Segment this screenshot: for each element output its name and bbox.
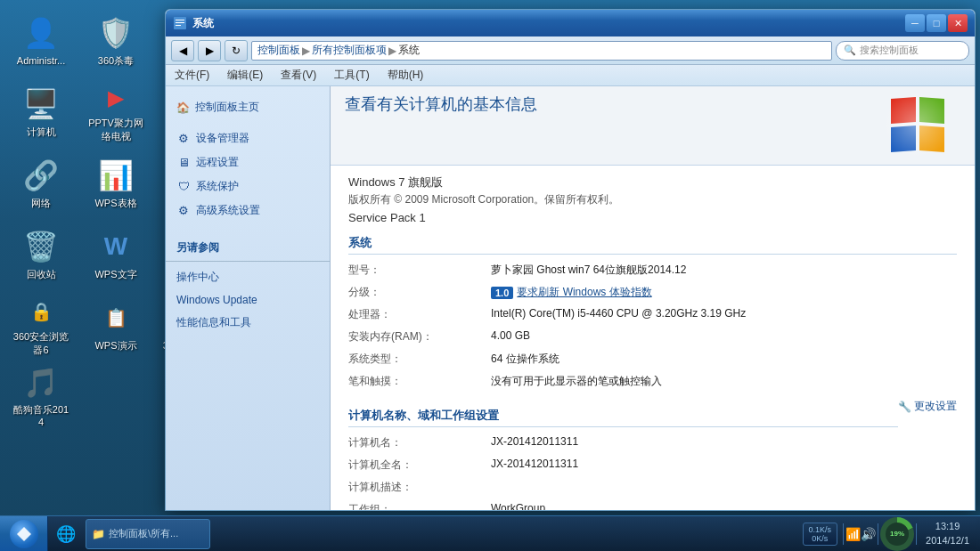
sidebar-action-center[interactable]: 操作中心 (166, 265, 330, 289)
taskbar-tray-area: 0.1K/s 0K/s 📶 🔊 19% 13:19 2014/12/ (803, 516, 980, 552)
back-button[interactable]: ◀ (171, 40, 194, 61)
change-settings-label: 更改设置 (914, 399, 957, 414)
desktop-icon-music[interactable]: 🎵 酷狗音乐2014 (7, 363, 75, 431)
system-properties-window: 系统 ─ □ ✕ ◀ ▶ ↻ 控制面板 ▶ 所有控制面板项 ▶ 系统 🔍 搜索控… (165, 9, 976, 511)
content-area: 查看有关计算机的基本信息 (331, 86, 975, 510)
battery-percent: 19% (890, 530, 904, 538)
taskbar-window-label: 控制面板\所有... (109, 527, 178, 540)
progress-circle: 19% (880, 517, 914, 551)
refresh-button[interactable]: ↻ (225, 40, 248, 61)
desktop-icon-pptv[interactable]: ▶ PPTV聚力网络电视 (82, 78, 150, 146)
battery-indicator[interactable]: 19% (880, 517, 914, 551)
taskbar-ie-button[interactable]: 🌐 (50, 518, 82, 550)
sidebar-performance-info[interactable]: 性能信息和工具 (166, 311, 330, 335)
content-header: 查看有关计算机的基本信息 (331, 86, 975, 166)
rating-badge: 1.0 要求刷新 Windows 体验指数 (491, 285, 652, 300)
taskbar-clock[interactable]: 13:19 2014/12/1 (919, 518, 976, 549)
desktop-icon-wps[interactable]: 📊 WPS表格 (82, 150, 150, 217)
sidebar-windows-update[interactable]: Windows Update (166, 289, 330, 311)
advanced-settings-icon: ⚙ (176, 204, 191, 218)
wpsw-icon: W (98, 229, 134, 264)
close-button[interactable]: ✕ (948, 14, 968, 32)
search-box[interactable]: 🔍 搜索控制面板 (836, 41, 969, 61)
360virus-icon: 🛡️ (98, 15, 134, 51)
sidebar-advanced-settings[interactable]: ⚙ 高级系统设置 (166, 199, 330, 223)
menu-tools[interactable]: 工具(T) (331, 66, 372, 85)
sidebar-section-links: ⚙ 设备管理器 🖥 远程设置 🛡 系统保护 ⚙ 高级系统设置 (166, 126, 330, 223)
taskbar: 🌐 📁 控制面板\所有... 0.1K/s 0K/s 📶 🔊 1 (0, 515, 980, 551)
model-label: 型号： (348, 260, 491, 280)
sidebar-remote-settings[interactable]: 🖥 远程设置 (166, 150, 330, 174)
ram-label: 安装内存(RAM)： (348, 327, 491, 347)
sidebar-section-main: 🏠 控制面板主页 (166, 95, 330, 119)
music-icon: 🎵 (23, 366, 59, 400)
desktop-icon-wpsw[interactable]: W WPS文字 (82, 221, 150, 288)
computer-name-value: JX-201412011311 (491, 433, 957, 453)
upload-speed: 0.1K/s (809, 525, 832, 534)
change-settings-link[interactable]: 🔧 更改设置 (898, 399, 957, 414)
content-header-left: 查看有关计算机的基本信息 (345, 93, 537, 115)
music-label: 酷狗音乐2014 (11, 403, 71, 429)
page-title: 查看有关计算机的基本信息 (345, 93, 537, 115)
home-icon: 🏠 (176, 101, 190, 114)
svg-point-4 (883, 91, 951, 158)
download-speed: 0K/s (812, 534, 828, 543)
rating-label: 分级： (348, 282, 491, 303)
device-manager-icon: ⚙ (176, 132, 191, 146)
tray-sound-icon[interactable]: 🔊 (861, 527, 876, 541)
system-type-label: 系统类型： (348, 349, 491, 369)
desktop-icon-network[interactable]: 🔗 网络 (7, 150, 75, 217)
admin-icon: 👤 (23, 15, 59, 51)
breadcrumb-controlpanel[interactable]: 控制面板 (257, 43, 300, 58)
desktop-icon-recycle[interactable]: 🗑️ 回收站 (7, 221, 75, 288)
sidebar-action-center-label: 操作中心 (176, 270, 219, 285)
rating-link[interactable]: 要求刷新 Windows 体验指数 (517, 285, 651, 300)
menu-view[interactable]: 查看(V) (277, 66, 320, 85)
admin-label: Administr... (17, 54, 65, 67)
workgroup-value: WorkGroup (491, 499, 957, 510)
cpu-value: Intel(R) Core(TM) i5-4460 CPU @ 3.20GHz … (491, 304, 957, 325)
service-pack: Service Pack 1 (348, 211, 957, 224)
pptv-icon: ▶ (98, 82, 134, 113)
address-path[interactable]: 控制面板 ▶ 所有控制面板项 ▶ 系统 (251, 41, 832, 61)
desktop-icon-360virus[interactable]: 🛡️ 360杀毒 (82, 7, 150, 75)
menu-bar: 文件(F) 编辑(E) 查看(V) 工具(T) 帮助(H) (166, 65, 975, 86)
breadcrumb-allitems[interactable]: 所有控制面板项 (312, 43, 387, 58)
computer-full-value: JX-201412011311 (491, 455, 957, 475)
workgroup-label: 工作组： (348, 499, 491, 510)
wpsp-icon: 📋 (98, 300, 134, 336)
sidebar-control-panel-home[interactable]: 🏠 控制面板主页 (166, 95, 330, 119)
taskbar-window-button[interactable]: 📁 控制面板\所有... (86, 519, 210, 549)
computer-section-header: 计算机名称、域和工作组设置 (348, 408, 898, 427)
system-section-header: 系统 (348, 235, 957, 255)
forward-button[interactable]: ▶ (198, 40, 221, 61)
menu-edit[interactable]: 编辑(E) (224, 66, 266, 85)
menu-help[interactable]: 帮助(H) (384, 66, 428, 85)
maximize-button[interactable]: □ (927, 14, 946, 32)
network-icon: 🔗 (23, 158, 59, 193)
svg-rect-3 (176, 25, 181, 26)
desktop-icon-360safe[interactable]: 🔒 360安全浏览器6 (7, 292, 75, 360)
desktop-icon-computer[interactable]: 🖥️ 计算机 (7, 78, 75, 146)
system-info-grid: 型号： 萝卜家园 Ghost win7 64位旗舰版2014.12 分级： 1.… (348, 260, 957, 392)
windows-version-area: Windows 7 旗舰版 版权所有 © 2009 Microsoft Corp… (348, 174, 957, 224)
network-label: 网络 (31, 197, 51, 209)
windows-logo (882, 90, 951, 159)
breadcrumb-system[interactable]: 系统 (398, 43, 420, 58)
computer-name-label: 计算机名： (348, 433, 491, 453)
menu-file[interactable]: 文件(F) (171, 66, 213, 85)
model-value: 萝卜家园 Ghost win7 64位旗舰版2014.12 (491, 260, 957, 280)
desktop-icon-admin[interactable]: 👤 Administr... (7, 7, 75, 75)
computer-full-label: 计算机全名： (348, 455, 491, 475)
computer-desc-label: 计算机描述： (348, 477, 491, 498)
sidebar-system-protection[interactable]: 🛡 系统保护 (166, 174, 330, 199)
sidebar-device-manager[interactable]: ⚙ 设备管理器 (166, 126, 330, 150)
minimize-button[interactable]: ─ (905, 14, 925, 32)
desktop-icon-wpsp[interactable]: 📋 WPS演示 (82, 292, 150, 360)
address-bar: ◀ ▶ ↻ 控制面板 ▶ 所有控制面板项 ▶ 系统 🔍 搜索控制面板 (166, 36, 975, 65)
tray-network-icon[interactable]: 📶 (845, 527, 861, 541)
network-speed-indicator[interactable]: 0.1K/s 0K/s (803, 523, 838, 546)
wps-icon: 📊 (98, 158, 134, 193)
start-button[interactable] (0, 516, 48, 552)
progress-inner: 19% (886, 523, 909, 546)
